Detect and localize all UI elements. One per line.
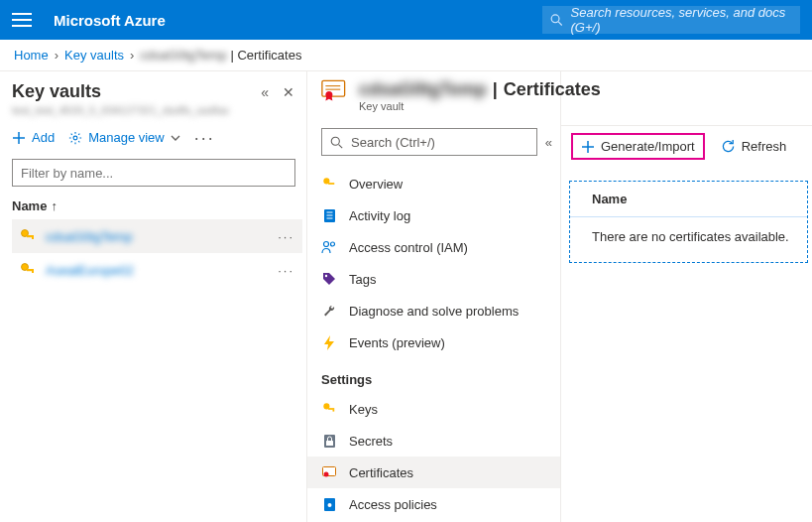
svg-rect-6 [27,235,34,237]
vault-list-item[interactable]: AsealEurope02 ··· [12,253,302,287]
svg-rect-10 [32,271,34,273]
hamburger-menu[interactable] [12,13,32,27]
svg-rect-30 [326,441,333,446]
brand[interactable]: Microsoft Azure [54,12,166,29]
close-icon[interactable]: ✕ [283,84,294,100]
nav-access-control[interactable]: Access control (IAM) [307,231,560,263]
svg-rect-18 [328,183,334,185]
search-icon [550,13,563,27]
nav-tags[interactable]: Tags [307,263,560,295]
name-column-header[interactable]: Name ↑ [12,198,302,213]
search-icon [330,136,343,149]
refresh-icon [721,139,736,154]
more-button[interactable]: ··· [194,133,215,143]
keyvault-icon [20,228,36,244]
breadcrumb-keyvaults[interactable]: Key vaults [64,48,124,63]
chevron-down-icon [171,135,180,141]
certificates-content-panel: Generate/Import Refresh Name There are n… [561,71,812,522]
panel-subtitle: test_test_4533_5_834127321_dssffs_sadfas [12,104,302,116]
breadcrumb: Home › Key vaults › cdsaG0tgTemp | Certi… [0,40,812,71]
svg-point-23 [324,242,329,247]
svg-point-24 [331,242,335,246]
row-more-button[interactable]: ··· [278,229,294,244]
people-icon [321,240,337,254]
breadcrumb-home[interactable]: Home [14,48,49,63]
resource-title: cdsaG0tgTemp | Certificates [359,79,601,100]
collapse-menu-icon[interactable]: « [545,135,552,150]
nav-overview[interactable]: Overview [307,168,560,199]
sort-asc-icon: ↑ [51,198,58,213]
svg-point-25 [325,275,327,277]
svg-line-16 [339,144,343,148]
nav-diagnose[interactable]: Diagnose and solve problems [307,295,560,326]
manage-view-button[interactable]: Manage view [68,130,180,145]
keyvaults-list-panel: Key vaults « ✕ test_test_4533_5_83412732… [0,71,307,522]
nav-events[interactable]: Events (preview) [307,326,560,358]
collapse-left-icon[interactable]: « [261,84,269,100]
svg-rect-11 [322,80,345,96]
breadcrumb-sep: › [55,48,58,63]
filter-input[interactable] [12,159,295,187]
plus-icon [581,140,595,154]
global-search[interactable]: Search resources, services, and docs (G+… [542,6,800,34]
global-header: Microsoft Azure Search resources, servic… [0,0,812,40]
search-placeholder: Search resources, services, and docs (G+… [571,5,793,35]
nav-access-policies[interactable]: Access policies [307,488,560,520]
certificate-icon [321,79,349,101]
resource-type: Key vault [359,100,601,112]
add-button[interactable]: Add [12,130,55,145]
svg-rect-27 [328,408,334,410]
svg-point-15 [331,137,339,145]
policy-icon [323,497,336,512]
generate-import-button[interactable]: Generate/Import [571,133,705,160]
bolt-icon [324,335,334,350]
svg-rect-7 [32,237,34,239]
nav-section-settings: Settings [307,358,560,393]
refresh-button[interactable]: Refresh [713,135,795,158]
svg-line-1 [558,22,562,26]
breadcrumb-vault[interactable]: cdsaG0tgTemp [140,48,226,63]
breadcrumb-sep: › [130,48,134,63]
wrench-icon [322,304,336,318]
tag-icon [322,272,336,286]
menu-search[interactable]: Search (Ctrl+/) [321,128,537,156]
certificates-list-area: Name There are no certificates available… [569,181,808,263]
empty-state-text: There are no certificates available. [570,217,807,244]
row-more-button[interactable]: ··· [278,263,294,278]
svg-rect-9 [27,269,34,271]
plus-icon [12,131,26,145]
panel-title: Key vaults [12,81,101,102]
svg-point-0 [551,15,559,23]
keyvault-icon [322,177,336,191]
keyvault-icon [20,262,36,278]
svg-point-32 [323,472,328,477]
name-column-header[interactable]: Name [570,182,807,217]
nav-activity-log[interactable]: Activity log [307,199,560,231]
gear-icon [68,131,82,145]
svg-rect-28 [333,410,335,412]
secret-icon [323,434,336,449]
nav-secrets[interactable]: Secrets [307,425,560,457]
certificate-icon [322,466,337,478]
breadcrumb-current: | Certificates [227,48,302,63]
vault-list-item[interactable]: cdsaG0tgTemp ··· [12,219,302,253]
nav-keys[interactable]: Keys [307,393,560,425]
resource-nav-panel: cdsaG0tgTemp | Certificates Key vault Se… [307,71,561,522]
nav-certificates[interactable]: Certificates [307,457,560,488]
log-icon [323,208,336,223]
svg-point-34 [327,503,331,507]
svg-point-4 [73,136,77,140]
key-icon [322,402,336,416]
